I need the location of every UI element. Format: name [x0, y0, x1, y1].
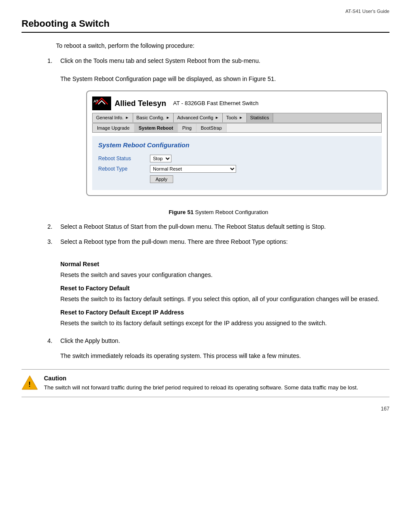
factory-default-heading: Reset to Factory Default	[60, 284, 389, 293]
reboot-status-select[interactable]: Stop Start	[150, 155, 171, 162]
reboot-type-factory-default-except-ip: Reset to Factory Default Except IP Addre…	[60, 308, 389, 328]
nav-general-info[interactable]: General Info. ►	[93, 113, 133, 122]
nav-advanced-config-arrow: ►	[215, 115, 219, 121]
nav-bar-top: General Info. ► Basic Config. ► Advanced…	[92, 113, 382, 123]
header-title: AT-S41 User's Guide	[346, 9, 389, 14]
normal-reset-heading: Normal Reset	[60, 260, 389, 269]
nav-basic-config[interactable]: Basic Config. ►	[133, 113, 174, 122]
normal-reset-desc: Resets the switch and saves your configu…	[60, 271, 389, 280]
nav-general-info-arrow: ►	[125, 115, 129, 121]
caution-text: The switch will not forward traffic duri…	[44, 383, 358, 392]
caution-content: Caution The switch will not forward traf…	[44, 375, 358, 392]
step-1-sub: The System Reboot Configuration page wil…	[60, 75, 389, 84]
reboot-type-row: Reboot Type Normal Reset Reset to Factor…	[98, 165, 376, 173]
logo-subtitle: AT - 8326GB Fast Ethernet Switch	[173, 99, 258, 108]
caution-triangle-icon: !	[22, 375, 38, 390]
config-panel: System Reboot Configuration Reboot Statu…	[92, 136, 382, 190]
caution-box: ! Caution The switch will not forward tr…	[22, 369, 389, 398]
svg-text:AT: AT	[93, 99, 99, 103]
step-1-text: Click on the Tools menu tab and select S…	[60, 56, 389, 65]
step-4-num: 4.	[47, 336, 60, 345]
sub-bootstrap[interactable]: BootStrap	[196, 124, 227, 133]
nav-tools[interactable]: Tools ►	[223, 113, 247, 122]
nav-bar-sub: Image Upgrade System Reboot Ping BootStr…	[92, 123, 382, 133]
step-5-text: The switch immediately reloads its opera…	[60, 352, 301, 359]
at-logo: AT Allied Telesyn	[92, 96, 166, 110]
step-4-text: Click the Apply button.	[60, 337, 120, 344]
factory-default-desc: Resets the switch to its factory default…	[60, 295, 389, 304]
caution-icon: !	[22, 375, 38, 390]
factory-default-except-ip-heading: Reset to Factory Default Except IP Addre…	[60, 308, 389, 317]
step-2: 2. Select a Reboot Status of Start from …	[47, 222, 389, 231]
step-3-num: 3.	[47, 237, 60, 330]
step-1-num: 1.	[47, 56, 60, 203]
figure-box: AT Allied Telesyn AT - 8326GB Fast Ether…	[86, 90, 388, 196]
nav-tools-arrow: ►	[239, 115, 243, 121]
apply-button[interactable]: Apply	[150, 175, 173, 183]
reboot-type-label: Reboot Type	[98, 165, 150, 173]
reboot-type-control: Normal Reset Reset to Factory Default Re…	[150, 165, 236, 173]
nav-statistics[interactable]: Statistics	[247, 113, 273, 122]
apply-row: Apply	[98, 175, 376, 183]
factory-default-except-ip-desc: Resets the switch to its factory default…	[60, 319, 389, 328]
logo-svg: AT	[92, 96, 111, 110]
reboot-type-factory-default: Reset to Factory Default Resets the swit…	[60, 284, 389, 304]
figure-caption-bold: Figure 51	[168, 209, 193, 215]
svg-text:!: !	[28, 381, 31, 388]
step-3-content: Select a Reboot type from the pull-down …	[60, 237, 389, 330]
step-5-content: The switch immediately reloads its opera…	[60, 352, 389, 361]
step-3-text: Select a Reboot type from the pull-down …	[60, 237, 389, 246]
caution-title: Caution	[44, 375, 358, 382]
reboot-type-select[interactable]: Normal Reset Reset to Factory Default Re…	[150, 165, 236, 173]
reboot-status-label: Reboot Status	[98, 155, 150, 162]
nav-basic-config-arrow: ►	[166, 115, 170, 121]
figure-caption-text: System Reboot Configuration	[193, 209, 268, 215]
sub-system-reboot[interactable]: System Reboot	[134, 124, 178, 133]
section-title: Rebooting a Switch	[22, 18, 389, 33]
sub-ping[interactable]: Ping	[178, 124, 196, 133]
reboot-status-row: Reboot Status Stop Start	[98, 155, 376, 162]
page-number: 167	[22, 406, 389, 412]
reboot-status-control: Stop Start	[150, 155, 171, 162]
step-2-content: Select a Reboot Status of Start from the…	[60, 222, 389, 231]
sub-image-upgrade[interactable]: Image Upgrade	[93, 124, 134, 133]
step-3: 3. Select a Reboot type from the pull-do…	[47, 237, 389, 330]
step-5-num	[47, 352, 60, 361]
step-2-num: 2.	[47, 222, 60, 231]
step-1: 1. Click on the Tools menu tab and selec…	[47, 56, 389, 203]
step-4: 4. Click the Apply button.	[47, 336, 389, 345]
steps-container: 1. Click on the Tools menu tab and selec…	[47, 56, 389, 203]
page-header: AT-S41 User's Guide	[22, 9, 389, 14]
figure-caption: Figure 51 System Reboot Configuration	[47, 209, 389, 215]
step-4-content: Click the Apply button.	[60, 336, 389, 345]
intro-text: To reboot a switch, perform the followin…	[56, 41, 389, 50]
nav-advanced-config[interactable]: Advanced Config ►	[174, 113, 223, 122]
logo-text: Allied Telesyn	[115, 98, 166, 109]
step-2-text: Select a Reboot Status of Start from the…	[60, 223, 326, 230]
config-title: System Reboot Configuration	[98, 140, 376, 150]
switch-header: AT Allied Telesyn AT - 8326GB Fast Ether…	[92, 96, 382, 110]
steps-2-onward: 2. Select a Reboot Status of Start from …	[47, 222, 389, 361]
reboot-type-normal-reset: Normal Reset Resets the switch and saves…	[60, 260, 389, 280]
step-5: The switch immediately reloads its opera…	[47, 352, 389, 361]
step-1-content: Click on the Tools menu tab and select S…	[60, 56, 389, 203]
